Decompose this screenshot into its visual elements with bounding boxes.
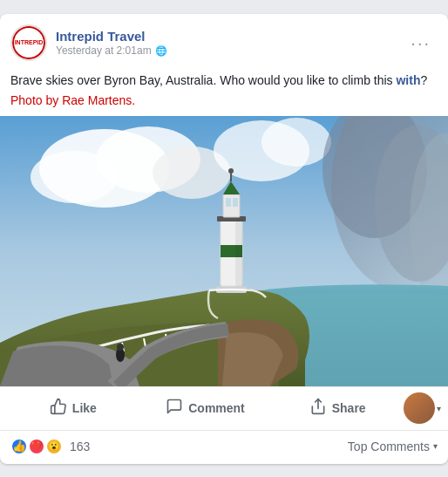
- reactions-left[interactable]: 👍 ❤️ 😮 163: [10, 438, 90, 455]
- post-image: [0, 116, 448, 386]
- wow-emoji: 😮: [45, 438, 63, 455]
- scene-svg: [0, 116, 448, 386]
- post-header: INTREPID Intrepid Travel Yesterday at 2:…: [0, 14, 448, 68]
- comment-icon: [166, 398, 183, 419]
- user-avatar-button[interactable]: [404, 392, 435, 424]
- reactions-bar: 👍 ❤️ 😮 163 Top Comments ▾: [0, 431, 448, 464]
- post-time-text: Yesterday at 2:01am: [56, 44, 152, 57]
- post-text: Brave skies over Byron Bay, Australia. W…: [10, 72, 438, 90]
- svg-rect-30: [235, 221, 242, 286]
- svg-point-6: [261, 118, 331, 167]
- love-emoji: ❤️: [28, 438, 45, 455]
- post-header-left: INTREPID Intrepid Travel Yesterday at 2:…: [10, 24, 167, 61]
- post-meta: Intrepid Travel Yesterday at 2:01am 🌐: [56, 28, 167, 58]
- post-body: Brave skies over Byron Bay, Australia. W…: [0, 68, 448, 116]
- chevron-down-icon: ▾: [433, 441, 438, 451]
- photo-credit: Photo by Rae Martens.: [10, 93, 438, 107]
- page-name[interactable]: Intrepid Travel: [56, 28, 167, 45]
- svg-point-3: [31, 151, 118, 203]
- more-options-button[interactable]: ···: [404, 31, 438, 55]
- share-icon: [309, 398, 327, 419]
- avatar-chevron[interactable]: ▾: [437, 404, 441, 413]
- svg-rect-26: [233, 198, 238, 207]
- svg-point-19: [117, 344, 124, 351]
- top-comments-label: Top Comments: [348, 440, 430, 453]
- facebook-post-card: INTREPID Intrepid Travel Yesterday at 2:…: [0, 14, 448, 464]
- avatar-logo: INTREPID: [12, 26, 45, 59]
- top-comments-button[interactable]: Top Comments ▾: [348, 440, 438, 453]
- actions-bar: Like Comment Share ▾: [0, 386, 448, 431]
- share-label: Share: [332, 401, 366, 415]
- page-avatar[interactable]: INTREPID: [10, 24, 47, 61]
- like-label: Like: [72, 401, 97, 415]
- svg-rect-25: [226, 198, 231, 207]
- globe-icon: 🌐: [155, 45, 167, 57]
- like-button[interactable]: Like: [7, 391, 139, 426]
- svg-point-29: [228, 168, 234, 174]
- post-time: Yesterday at 2:01am 🌐: [56, 44, 167, 57]
- like-icon: [50, 398, 67, 419]
- post-text-line1: Brave skies over Byron Bay, Australia. W…: [10, 73, 393, 87]
- reaction-count: 163: [70, 440, 90, 453]
- comment-label: Comment: [188, 401, 245, 415]
- post-text-highlight: with: [396, 73, 420, 87]
- post-text-end: ?: [420, 73, 427, 87]
- comment-button[interactable]: Comment: [139, 391, 272, 426]
- share-button[interactable]: Share: [271, 391, 404, 426]
- like-emoji: 👍: [10, 438, 28, 455]
